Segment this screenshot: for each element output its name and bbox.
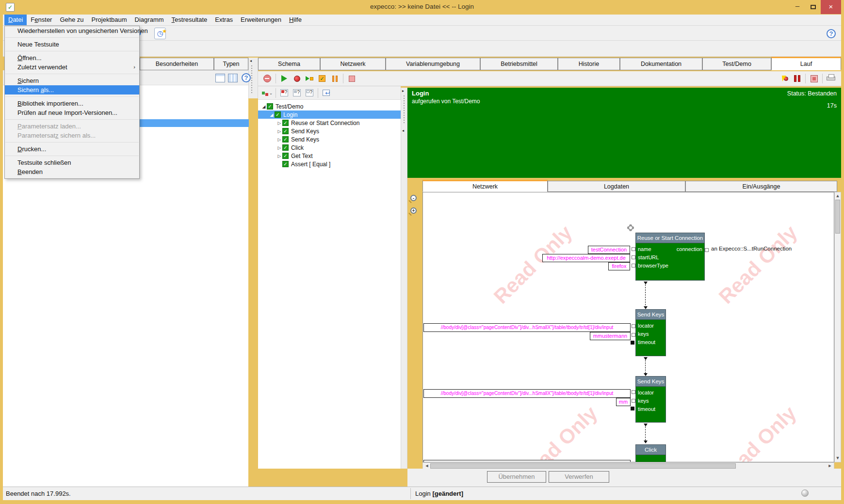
tab-result-ein-ausgaenge[interactable]: Ein/Ausgänge bbox=[685, 181, 837, 192]
pin-keys[interactable]: keys bbox=[638, 397, 649, 405]
run-to-breakpoint-icon[interactable] bbox=[303, 73, 316, 84]
breakpoint-disable-icon[interactable]: ? bbox=[303, 87, 316, 99]
splitter-arrow-right-icon[interactable]: ▸ bbox=[402, 89, 404, 93]
menu-extras[interactable]: Extras bbox=[211, 15, 237, 25]
pin-name[interactable]: name bbox=[638, 245, 651, 253]
window-layout-icon[interactable] bbox=[215, 74, 225, 82]
run-selected-icon[interactable]: ✓ bbox=[316, 73, 328, 84]
tab-schema[interactable]: Schema bbox=[258, 58, 320, 70]
pin-timeout[interactable]: timeout bbox=[638, 338, 655, 346]
vertical-scroll-thumb[interactable] bbox=[835, 200, 840, 234]
pause-icon[interactable] bbox=[328, 73, 341, 84]
scroll-down-icon[interactable]: ▼ bbox=[835, 455, 841, 461]
minimize-button[interactable]: – bbox=[790, 0, 805, 14]
menu-gehe-zu[interactable]: Gehe zu bbox=[56, 15, 87, 25]
pin-locator[interactable]: locator bbox=[638, 322, 654, 330]
menu-item-oeffnen[interactable]: Öffnen... bbox=[5, 53, 139, 63]
checkbox-pass-icon[interactable]: ✓ bbox=[282, 128, 289, 134]
discard-button[interactable]: Verwerfen bbox=[549, 471, 609, 483]
block-reuse-or-start-connection[interactable]: Reuse or Start Connection bbox=[635, 233, 705, 243]
menu-item-neue-testsuite[interactable]: Neue Testsuite bbox=[5, 40, 139, 49]
checkbox-pass-icon[interactable]: ✓ bbox=[282, 153, 289, 159]
scroll-up-icon[interactable]: ▲ bbox=[835, 193, 841, 199]
tree-result-splitter[interactable]: ▸ ◂ bbox=[401, 88, 407, 469]
checkbox-pass-icon[interactable]: ✓ bbox=[267, 103, 273, 110]
close-button[interactable]: × bbox=[821, 0, 841, 14]
splitter-arrow-left-icon[interactable]: ◂ bbox=[250, 59, 252, 63]
horizontal-scroll-thumb[interactable] bbox=[430, 463, 736, 469]
stop-run-icon[interactable] bbox=[808, 73, 820, 84]
network-diagram-canvas[interactable]: Read Only Read Only Read Only Read Only … bbox=[422, 192, 834, 462]
tab-historie[interactable]: Historie bbox=[558, 58, 620, 70]
menu-diagramm[interactable]: Diagramm bbox=[131, 15, 168, 25]
debug-break-icon[interactable] bbox=[778, 73, 791, 84]
menu-item-testsuite-schliessen[interactable]: Testsuite schließen bbox=[5, 158, 139, 167]
output-pin[interactable] bbox=[705, 248, 709, 252]
expander-expanded-icon[interactable]: ◢ bbox=[261, 104, 267, 109]
pin-keys[interactable]: keys bbox=[638, 330, 649, 338]
tree-row-assert[interactable]: ✓ Assert [ Equal ] bbox=[258, 160, 401, 168]
zoom-in-icon[interactable]: + bbox=[410, 207, 417, 214]
menu-item-beenden[interactable]: Beenden bbox=[5, 167, 139, 176]
menu-item-wiederherstellen[interactable]: Wiederherstellen von ungesicherten Versi… bbox=[5, 26, 139, 35]
columns-icon[interactable] bbox=[228, 74, 238, 82]
expander-collapsed-icon[interactable]: ▷ bbox=[276, 154, 282, 158]
breakpoint-clear-icon[interactable]: ? bbox=[291, 87, 303, 99]
block-send-keys-1[interactable]: Send Keys bbox=[635, 309, 666, 320]
network-view-icon[interactable]: ⌄ bbox=[261, 87, 274, 99]
input-pin[interactable] bbox=[632, 333, 635, 337]
gear-icon[interactable] bbox=[628, 225, 633, 230]
maximize-button[interactable] bbox=[805, 0, 821, 14]
block-send-keys-2-body[interactable]: locator keys timeout bbox=[635, 387, 666, 423]
pause-run-icon[interactable] bbox=[791, 73, 803, 84]
splitter-arrow-left-icon[interactable]: ◂ bbox=[402, 128, 404, 133]
pin-timeout[interactable]: timeout bbox=[638, 405, 655, 413]
expander-expanded-icon[interactable]: ◢ bbox=[269, 112, 275, 117]
value-locator[interactable]: //body/div[@class="pageContentDiv"]/div.… bbox=[423, 389, 631, 398]
menu-testresultate[interactable]: Testresultate bbox=[168, 15, 211, 25]
pin-connection[interactable]: connection bbox=[677, 245, 702, 253]
tab-betriebsmittel[interactable]: Betriebsmittel bbox=[480, 58, 558, 70]
input-pin[interactable] bbox=[632, 324, 635, 328]
canvas-vertical-scrollbar[interactable]: ▲ ▼ bbox=[834, 192, 841, 462]
input-pin-connected[interactable] bbox=[631, 407, 634, 410]
breakpoint-set-icon[interactable]: ? bbox=[278, 87, 291, 99]
tab-result-logdaten[interactable]: Logdaten bbox=[548, 181, 685, 192]
pin-starturl[interactable]: startURL bbox=[638, 253, 659, 262]
checkbox-pass-icon[interactable]: ✓ bbox=[282, 120, 289, 126]
debug-run-icon[interactable] bbox=[291, 73, 303, 84]
menu-projektbaum[interactable]: Projektbaum bbox=[88, 15, 131, 25]
value-keys[interactable]: mmustermann bbox=[590, 332, 631, 340]
left-help-icon[interactable]: ? bbox=[242, 73, 251, 82]
input-pin[interactable] bbox=[632, 264, 635, 268]
input-pin-connected[interactable] bbox=[631, 341, 634, 345]
tab-netzwerk[interactable]: Netzwerk bbox=[320, 58, 386, 70]
expander-collapsed-icon[interactable]: ▷ bbox=[276, 121, 282, 126]
tree-row-reuse-connection[interactable]: ▷ ✓ Reuse or Start Connection bbox=[258, 119, 401, 127]
block-send-keys-1-body[interactable]: locator keys timeout bbox=[635, 320, 666, 356]
status-sphere-icon[interactable] bbox=[801, 489, 809, 497]
tree-row-get-text[interactable]: ▷ ✓ Get Text bbox=[258, 152, 401, 160]
menu-erweiterungen[interactable]: Erweiterungen bbox=[237, 15, 285, 25]
menu-item-bibliothek-importieren[interactable]: Bibliothek importieren... bbox=[5, 99, 139, 108]
scheduler-icon[interactable]: ◷★ bbox=[154, 28, 166, 39]
tab-result-netzwerk[interactable]: Netzwerk bbox=[422, 180, 548, 192]
stop-icon[interactable] bbox=[345, 73, 358, 84]
tab-test-demo[interactable]: Test/Demo bbox=[702, 58, 771, 70]
tree-row-click[interactable]: ▷ ✓ Click bbox=[258, 143, 401, 152]
block-reuse-body[interactable]: nameconnection startURL browserType bbox=[635, 243, 705, 281]
value-name[interactable]: testConnection bbox=[588, 246, 630, 254]
jump-to-diagram-icon[interactable]: ↩ bbox=[320, 87, 333, 99]
checkbox-pass-icon[interactable]: ✓ bbox=[282, 136, 289, 142]
menu-item-sichern[interactable]: Sichern bbox=[5, 76, 139, 85]
pin-locator[interactable]: locator bbox=[638, 389, 654, 397]
tree-row-send-keys-1[interactable]: ▷ ✓ Send Keys bbox=[258, 127, 401, 135]
block-click-body[interactable] bbox=[635, 455, 666, 462]
input-pin[interactable] bbox=[632, 399, 635, 403]
checkbox-pass-icon[interactable]: ✓ bbox=[275, 111, 281, 118]
tree-row-send-keys-2[interactable]: ▷ ✓ Send Keys bbox=[258, 135, 401, 143]
value-keys[interactable]: mm bbox=[616, 398, 631, 406]
menu-datei[interactable]: Datei bbox=[4, 15, 27, 25]
tab-dokumentation[interactable]: Dokumentation bbox=[620, 58, 702, 70]
menu-item-drucken[interactable]: Drucken... bbox=[5, 144, 139, 154]
